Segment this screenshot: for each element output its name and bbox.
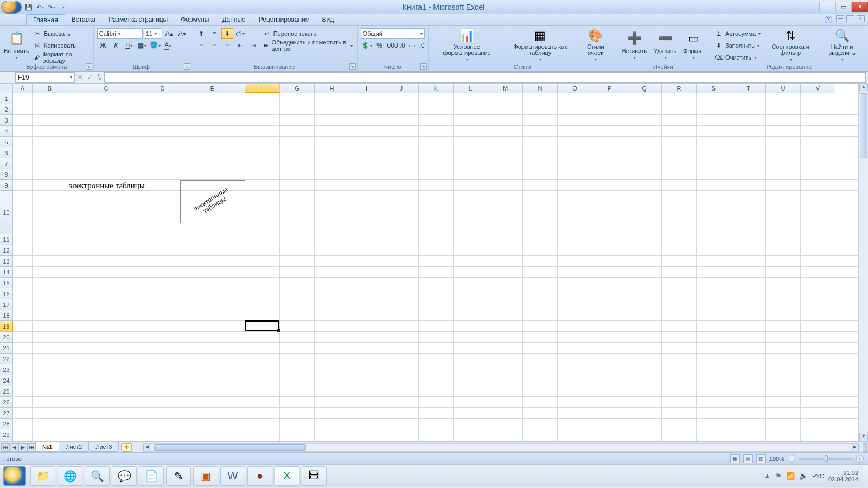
- align-right-icon[interactable]: ≡: [221, 40, 233, 51]
- fill-button[interactable]: ⬇Заполнить ▾: [713, 40, 762, 51]
- row-header[interactable]: 16: [0, 288, 13, 299]
- row-header[interactable]: 8: [0, 169, 13, 180]
- dialog-launcher-icon[interactable]: ↘: [184, 63, 190, 70]
- view-layout-icon[interactable]: ▤: [743, 454, 753, 463]
- italic-button[interactable]: К: [110, 40, 122, 51]
- tray-flag-icon[interactable]: ⚑: [775, 472, 782, 480]
- start-button[interactable]: [3, 466, 26, 486]
- column-header[interactable]: H: [315, 84, 349, 93]
- scroll-thumb[interactable]: [154, 444, 306, 451]
- ribbon-tab-рецензирование[interactable]: Рецензирование: [252, 14, 316, 25]
- select-all-button[interactable]: [0, 84, 13, 93]
- scroll-down-icon[interactable]: ▼: [859, 433, 868, 441]
- taskbar-app-icon[interactable]: 📄: [139, 466, 164, 486]
- prev-sheet-icon[interactable]: ◀: [10, 443, 18, 452]
- taskbar-explorer-icon[interactable]: 📁: [30, 466, 55, 486]
- row-header[interactable]: 17: [0, 299, 13, 310]
- align-bottom-icon[interactable]: ⬇: [221, 28, 233, 39]
- zoom-level[interactable]: 100%: [769, 455, 784, 462]
- row-header[interactable]: 3: [0, 115, 13, 126]
- office-button[interactable]: [1, 1, 22, 14]
- column-header[interactable]: C: [67, 84, 145, 93]
- row-header[interactable]: 4: [0, 126, 13, 137]
- cell-styles-button[interactable]: 🎨Стили ячеек▾: [578, 27, 612, 63]
- row-header[interactable]: 12: [0, 245, 13, 256]
- tray-clock[interactable]: 21:0202.04.2014: [828, 470, 858, 483]
- wrap-text-button[interactable]: ↩Перенос текста: [261, 28, 354, 39]
- column-header[interactable]: E: [180, 84, 245, 93]
- taskbar-word-icon[interactable]: W: [220, 466, 245, 486]
- merge-center-button[interactable]: ⬌Объединить и поместить в центре ▾: [261, 40, 354, 51]
- row-header[interactable]: 23: [0, 364, 13, 375]
- column-header[interactable]: O: [558, 84, 592, 93]
- row-header[interactable]: 10: [0, 191, 13, 234]
- column-header[interactable]: P: [592, 84, 627, 93]
- row-header[interactable]: 14: [0, 267, 13, 278]
- sort-filter-button[interactable]: ⇅Сортировка и фильтр▾: [764, 27, 817, 63]
- column-header[interactable]: I: [349, 84, 384, 93]
- format-painter-button[interactable]: 🖌Формат по образцу: [32, 52, 90, 63]
- taskbar-app-icon[interactable]: 🔍: [85, 466, 110, 486]
- column-header[interactable]: J: [384, 84, 419, 93]
- name-box[interactable]: F19▾: [15, 72, 75, 83]
- font-name-combo[interactable]: Calibri▾: [97, 28, 143, 39]
- taskbar-app-icon[interactable]: 💬: [112, 466, 137, 486]
- column-header[interactable]: F: [245, 84, 280, 93]
- taskbar-app-icon[interactable]: ✎: [166, 466, 191, 486]
- bold-button[interactable]: Ж: [97, 40, 109, 51]
- column-header[interactable]: M: [488, 84, 523, 93]
- indent-inc-icon[interactable]: ⇥: [247, 40, 259, 51]
- vertical-scrollbar[interactable]: ▲ ▼: [858, 84, 868, 441]
- ribbon-tab-разметка страницы[interactable]: Разметка страницы: [102, 14, 174, 25]
- format-as-table-button[interactable]: ▦Форматировать как таблицу▾: [504, 27, 576, 63]
- help-icon[interactable]: ?: [825, 16, 832, 23]
- column-header[interactable]: N: [523, 84, 558, 93]
- thousands-icon[interactable]: 000: [387, 40, 399, 51]
- ribbon-restore-icon[interactable]: ▫: [846, 15, 854, 22]
- ribbon-tab-главная[interactable]: Главная: [26, 14, 65, 25]
- tray-volume-icon[interactable]: 🔈: [799, 472, 808, 480]
- column-header[interactable]: D: [145, 84, 180, 93]
- borders-button[interactable]: ▦▾: [136, 40, 148, 51]
- orientation-icon[interactable]: ⭯▾: [234, 28, 246, 39]
- row-header[interactable]: 9: [0, 180, 13, 191]
- show-desktop-button[interactable]: [863, 465, 868, 487]
- row-header[interactable]: 20: [0, 332, 13, 343]
- column-header[interactable]: S: [697, 84, 731, 93]
- column-header[interactable]: U: [766, 84, 801, 93]
- row-header[interactable]: 28: [0, 419, 13, 429]
- sheet-tab[interactable]: №1: [35, 442, 59, 452]
- conditional-formatting-button[interactable]: 📊Условное форматирование▾: [432, 27, 502, 63]
- row-header[interactable]: 25: [0, 386, 13, 397]
- cancel-icon[interactable]: ✕: [75, 74, 85, 81]
- format-cells-button[interactable]: ▭Формат▾: [681, 27, 706, 63]
- autosum-button[interactable]: ΣАвтосумма ▾: [713, 28, 762, 39]
- row-header[interactable]: 7: [0, 158, 13, 169]
- find-select-button[interactable]: 🔍Найти и выделить▾: [819, 27, 865, 63]
- clear-button[interactable]: ⌫Очистить ▾: [713, 52, 762, 63]
- new-sheet-button[interactable]: ✚: [121, 443, 132, 452]
- ribbon-close-icon[interactable]: ×: [857, 15, 865, 22]
- view-normal-icon[interactable]: ▦: [730, 454, 740, 463]
- dec-decimal-icon[interactable]: ←.0: [413, 40, 425, 51]
- ribbon-tab-вид[interactable]: Вид: [315, 14, 340, 25]
- accounting-icon[interactable]: 💲▾: [361, 40, 373, 51]
- column-header[interactable]: Q: [627, 84, 662, 93]
- row-header[interactable]: 13: [0, 256, 13, 267]
- zoom-in-button[interactable]: +: [856, 455, 864, 463]
- minimize-button[interactable]: —: [819, 2, 835, 12]
- row-header[interactable]: 26: [0, 397, 13, 408]
- column-header[interactable]: B: [33, 84, 67, 93]
- row-header[interactable]: 15: [0, 278, 13, 288]
- align-middle-icon[interactable]: ≡: [208, 28, 220, 39]
- fx-icon[interactable]: fx: [94, 73, 104, 81]
- scroll-right-icon[interactable]: ▶: [851, 444, 859, 451]
- fill-color-button[interactable]: 🪣▾: [149, 40, 161, 51]
- grow-font-icon[interactable]: A▴: [163, 28, 175, 39]
- dialog-launcher-icon[interactable]: ↘: [349, 63, 356, 70]
- undo-icon[interactable]: ↶▾: [35, 2, 45, 12]
- ribbon-tab-данные[interactable]: Данные: [215, 14, 252, 25]
- first-sheet-icon[interactable]: ⏮: [1, 443, 10, 452]
- maximize-button[interactable]: ▭: [835, 2, 852, 12]
- save-icon[interactable]: 💾: [24, 2, 34, 12]
